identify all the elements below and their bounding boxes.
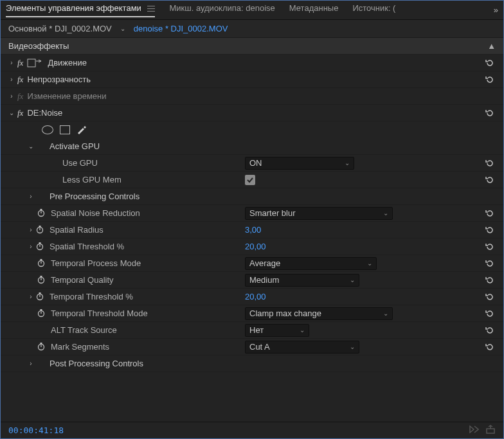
effect-row-denoise: ⌄ fx DE:Noise bbox=[1, 105, 503, 121]
fx-badge-icon[interactable]: fx bbox=[17, 91, 23, 102]
section-header-video-effects[interactable]: Видеоэффекты ▲ bbox=[1, 38, 503, 55]
param-row-temporal-quality: Temporal Quality Medium ⌄ bbox=[1, 272, 503, 289]
expand-arrow[interactable]: › bbox=[7, 93, 16, 100]
play-forward-icon[interactable] bbox=[469, 425, 479, 436]
stopwatch-icon[interactable] bbox=[37, 258, 47, 269]
reset-button[interactable] bbox=[483, 290, 497, 304]
chevron-down-icon: ⌄ bbox=[300, 327, 305, 334]
reset-button[interactable] bbox=[483, 156, 497, 170]
mask-pen-icon[interactable] bbox=[76, 124, 87, 136]
dropdown-value: Clamp max change bbox=[249, 309, 321, 318]
collapse-arrow[interactable]: ⌄ bbox=[7, 109, 16, 116]
tab-audio-mixer[interactable]: Микш. аудиоклипа: denoise bbox=[169, 3, 274, 17]
dropdown-value: Smarter blur bbox=[249, 208, 296, 218]
stopwatch-icon[interactable] bbox=[37, 208, 47, 219]
fx-badge-icon[interactable]: fx bbox=[17, 58, 23, 68]
mask-rectangle-icon[interactable] bbox=[60, 125, 70, 134]
tab-metadata[interactable]: Метаданные bbox=[289, 3, 339, 17]
reset-button[interactable] bbox=[483, 56, 497, 70]
group-label: Pre Processing Controls bbox=[50, 192, 140, 201]
clip-breadcrumb: Основной * DJI_0002.MOV ⌄ denoise * DJI_… bbox=[1, 20, 503, 38]
param-label: Temporal Threshold % bbox=[50, 292, 133, 301]
dropdown-alt-track[interactable]: Нет ⌄ bbox=[245, 324, 309, 337]
dropdown-temporal-mode[interactable]: Average ⌄ bbox=[245, 257, 377, 270]
dropdown-temporal-threshold-mode[interactable]: Clamp max change ⌄ bbox=[245, 307, 393, 320]
group-row-post-processing: › Post Processing Controls bbox=[1, 355, 503, 372]
tab-source[interactable]: Источник: ( bbox=[352, 3, 395, 17]
reset-button[interactable] bbox=[483, 323, 497, 337]
fx-badge-icon[interactable]: fx bbox=[17, 75, 23, 85]
mask-ellipse-icon[interactable] bbox=[42, 125, 53, 134]
effect-label: DE:Noise bbox=[27, 108, 62, 118]
fx-badge-icon[interactable]: fx bbox=[17, 108, 23, 118]
param-row-temporal-mode: Temporal Process Mode Average ⌄ bbox=[1, 255, 503, 272]
chevron-down-icon[interactable]: ⌄ bbox=[118, 25, 127, 32]
motion-transform-icon[interactable] bbox=[27, 58, 42, 67]
section-title: Видеоэффекты bbox=[8, 41, 69, 51]
svg-rect-0 bbox=[28, 59, 35, 67]
stopwatch-icon[interactable] bbox=[35, 292, 46, 302]
param-row-mark-segments: Mark Segments Cut A ⌄ bbox=[1, 339, 503, 355]
timecode[interactable]: 00:00:41:18 bbox=[8, 426, 64, 435]
panel-menu-icon[interactable] bbox=[147, 6, 155, 12]
mask-shapes-row bbox=[1, 121, 503, 138]
expand-arrow[interactable]: › bbox=[26, 226, 35, 233]
reset-button[interactable] bbox=[483, 173, 497, 187]
stopwatch-icon[interactable] bbox=[37, 309, 47, 319]
export-icon[interactable] bbox=[485, 425, 496, 436]
group-row-pre-processing: › Pre Processing Controls bbox=[1, 188, 503, 205]
stopwatch-icon[interactable] bbox=[35, 225, 46, 235]
reset-button[interactable] bbox=[483, 240, 497, 254]
param-label: Temporal Quality bbox=[51, 275, 114, 285]
reset-button[interactable] bbox=[483, 273, 497, 287]
dropdown-temporal-quality[interactable]: Medium ⌄ bbox=[245, 274, 359, 287]
param-value[interactable]: 3,00 bbox=[245, 225, 261, 235]
expand-arrow[interactable]: › bbox=[7, 76, 16, 83]
param-value[interactable]: 20,00 bbox=[245, 242, 266, 251]
overflow-icon[interactable]: » bbox=[494, 5, 498, 15]
breadcrumb-sequence[interactable]: denoise * DJI_0002.MOV bbox=[134, 24, 228, 33]
reset-button[interactable] bbox=[483, 307, 497, 321]
collapse-arrow[interactable]: ⌄ bbox=[26, 143, 35, 150]
reset-button[interactable] bbox=[483, 206, 497, 220]
dropdown-mark-segments[interactable]: Cut A ⌄ bbox=[245, 341, 359, 354]
panel-tabbar: Элементы управления эффектами Микш. ауди… bbox=[1, 1, 503, 20]
dropdown-use-gpu[interactable]: ON ⌄ bbox=[245, 157, 354, 170]
stopwatch-icon[interactable] bbox=[37, 275, 47, 285]
param-label: Temporal Process Mode bbox=[51, 258, 141, 268]
svg-rect-2 bbox=[40, 209, 42, 210]
param-label: Use GPU bbox=[62, 158, 98, 168]
param-label: Mark Segments bbox=[51, 342, 109, 352]
expand-arrow[interactable]: › bbox=[26, 293, 35, 300]
group-label: Activate GPU bbox=[50, 141, 100, 151]
dropdown-value: Average bbox=[249, 258, 280, 268]
dropdown-value: Нет bbox=[249, 325, 264, 335]
svg-rect-20 bbox=[40, 309, 42, 310]
expand-arrow[interactable]: › bbox=[26, 193, 35, 200]
stopwatch-icon[interactable] bbox=[35, 242, 46, 252]
stopwatch-icon[interactable] bbox=[37, 342, 47, 352]
effect-row-motion: › fx Движение bbox=[1, 55, 503, 71]
param-row-alt-track-source: ALT Track Source Нет ⌄ bbox=[1, 322, 503, 339]
param-label: ALT Track Source bbox=[51, 325, 117, 335]
reset-button[interactable] bbox=[483, 106, 497, 120]
reset-button[interactable] bbox=[483, 73, 497, 87]
expand-arrow[interactable]: › bbox=[26, 243, 35, 250]
param-value[interactable]: 20,00 bbox=[245, 292, 266, 301]
effect-rows: › fx Движение › fx Непрозрачность bbox=[1, 55, 503, 422]
svg-rect-14 bbox=[40, 276, 42, 277]
checkbox-less-gpu-mem[interactable] bbox=[245, 175, 255, 185]
expand-arrow[interactable]: › bbox=[26, 360, 35, 367]
param-row-temporal-threshold-mode: Temporal Threshold Mode Clamp max change… bbox=[1, 305, 503, 322]
reset-button[interactable] bbox=[483, 223, 497, 237]
tab-effect-controls[interactable]: Элементы управления эффектами bbox=[6, 3, 155, 17]
group-row-activate-gpu: ⌄ Activate GPU bbox=[1, 138, 503, 155]
chevron-down-icon: ⌄ bbox=[383, 310, 388, 317]
group-label: Post Processing Controls bbox=[50, 359, 143, 368]
dropdown-spatial-nr[interactable]: Smarter blur ⌄ bbox=[245, 207, 393, 220]
expand-arrow[interactable]: › bbox=[7, 59, 16, 66]
reset-button[interactable] bbox=[483, 256, 497, 271]
reset-button[interactable] bbox=[483, 340, 497, 354]
collapse-up-icon[interactable]: ▲ bbox=[487, 41, 496, 51]
param-row-spatial-nr: Spatial Noise Reduction Smarter blur ⌄ bbox=[1, 205, 503, 222]
